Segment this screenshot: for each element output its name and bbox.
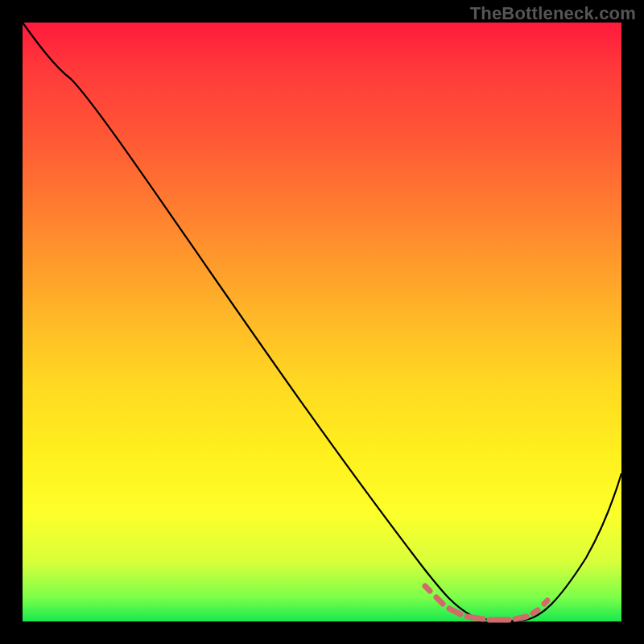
svg-line-7 xyxy=(544,601,547,604)
attribution-label: TheBottleneck.com xyxy=(470,3,636,24)
svg-line-2 xyxy=(449,609,460,614)
svg-line-3 xyxy=(467,617,483,619)
svg-line-0 xyxy=(425,586,430,591)
svg-line-5 xyxy=(515,617,526,619)
bottleneck-curve xyxy=(23,23,621,621)
svg-line-6 xyxy=(533,610,538,613)
chart-plot-area xyxy=(23,23,621,621)
chart-svg xyxy=(23,23,621,621)
svg-line-1 xyxy=(436,597,443,604)
chart-stage: TheBottleneck.com xyxy=(0,0,644,644)
